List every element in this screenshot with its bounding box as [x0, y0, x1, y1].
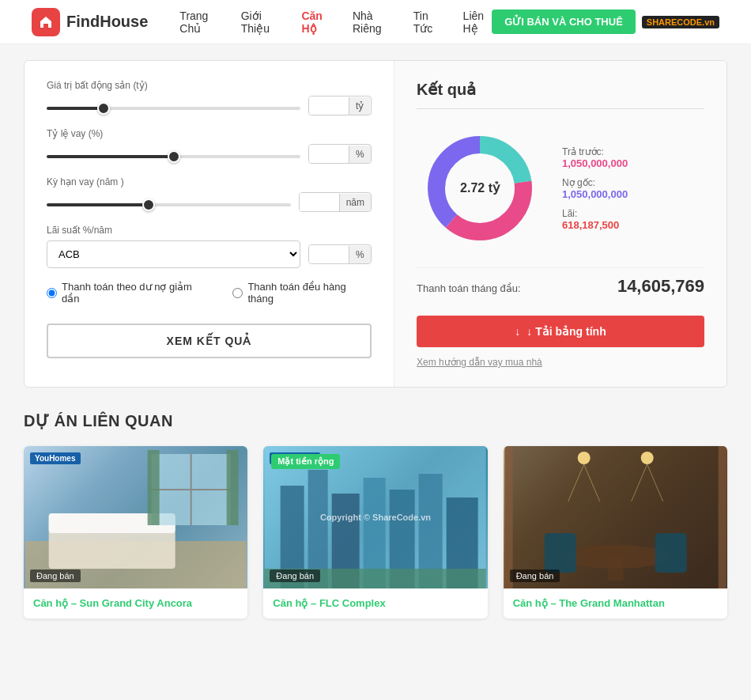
radio-deu-hang-thang-label: Thanh toán đều hàng tháng: [247, 281, 372, 305]
radio-giam-dan-input[interactable]: [47, 288, 57, 298]
prop-name-1: Căn hộ – Sun Grand City Ancora: [33, 596, 238, 611]
ty-le-vay-slider[interactable]: [47, 155, 300, 158]
svg-rect-30: [544, 533, 576, 573]
ky-han-slider[interactable]: [47, 203, 291, 206]
lai-suat-value-box: 9 %: [308, 244, 372, 264]
lai-suat-label: Lãi suất %/năm: [47, 225, 372, 236]
radio-deu-hang-thang[interactable]: Thanh toán đều hàng tháng: [232, 281, 372, 305]
payment-method-group: Thanh toán theo dư nợ giảm dần Thanh toá…: [47, 281, 372, 305]
prop-name-2: Căn hộ – FLC Complex: [273, 596, 477, 611]
svg-point-23: [640, 452, 653, 464]
gia-tri-slider[interactable]: [47, 107, 300, 110]
prop-card-3[interactable]: Đang bán Căn hộ – The Grand Manhattan: [504, 446, 727, 619]
ty-le-vay-group: Tỷ lệ vay (%) 50 %: [47, 128, 372, 164]
prop-card-1[interactable]: YouHomes Đang bán Căn hộ – Sun Grand Cit…: [24, 446, 247, 619]
gia-tri-slider-row: 2.1 tỷ: [47, 96, 372, 115]
prop-name-3: Căn hộ – The Grand Manhattan: [513, 596, 718, 611]
gia-tri-group: Giá trị bất động sản (tỷ) 2.1 tỷ: [47, 80, 372, 115]
nav: Trang Chủ Giới Thiệu Căn Hộ Nhà Riêng Ti…: [179, 9, 492, 35]
ty-le-vay-slider-row: 50 %: [47, 144, 372, 164]
legend-no-goc-value: 1,050,000,000: [562, 188, 628, 200]
nav-can-ho[interactable]: Căn Hộ: [301, 9, 330, 35]
download-button[interactable]: ↓ ↓ Tải bảng tính: [417, 316, 704, 347]
nav-gioi-thieu[interactable]: Giới Thiệu: [241, 9, 280, 35]
download-label: ↓ Tải bảng tính: [526, 325, 606, 338]
prop-status-3: Đang bán: [510, 569, 560, 582]
ty-le-vay-slider-container: [47, 148, 300, 161]
legend-no-goc: Nợ gốc: 1,050,000,000: [562, 177, 628, 200]
ky-han-input[interactable]: 13: [300, 193, 339, 211]
svg-rect-31: [655, 533, 686, 573]
calculator-card: Giá trị bất động sản (tỷ) 2.1 tỷ Tỷ lệ v…: [24, 60, 727, 388]
lai-suat-row: ACB Vietcombank BIDV VietinBank Techcomb…: [47, 240, 372, 268]
logo[interactable]: FindHouse: [32, 8, 148, 36]
svg-rect-29: [607, 557, 623, 581]
prop-status-2: Đang bán: [270, 569, 320, 582]
guide-link[interactable]: Xem hướng dẫn vay mua nhà: [417, 357, 542, 368]
ty-le-vay-label: Tỷ lệ vay (%): [47, 128, 372, 139]
legend-lai: Lãi: 618,187,500: [562, 208, 628, 231]
prop-img-wrapper-2: YouHomes Mặt tiền rộng Đang bán Copyrigh…: [263, 446, 487, 588]
nav-nha-rieng[interactable]: Nhà Riêng: [353, 9, 391, 35]
gia-tri-unit: tỷ: [349, 97, 370, 115]
legend-lai-value: 618,187,500: [562, 219, 628, 231]
prop-card-2[interactable]: YouHomes Mặt tiền rộng Đang bán Copyrigh…: [263, 446, 487, 619]
prop-img-svg-1: [24, 446, 247, 588]
xem-ket-qua-button[interactable]: XEM KẾT QUẢ: [47, 324, 372, 358]
radio-giam-dan[interactable]: Thanh toán theo dư nợ giảm dần: [47, 281, 209, 305]
ty-le-vay-value-box: 50 %: [308, 144, 372, 164]
legend-tra-truoc-value: 1,050,000,000: [562, 157, 628, 169]
ky-han-slider-container: [47, 196, 291, 209]
svg-rect-32: [504, 446, 512, 588]
logo-icon: [32, 8, 60, 36]
legend-area: Trả trước: 1,050,000,000 Nợ gốc: 1,050,0…: [562, 146, 628, 231]
svg-rect-33: [718, 446, 726, 588]
gia-tri-input[interactable]: 2.1: [309, 96, 349, 115]
donut-chart: 2.72 tỷ: [417, 125, 543, 252]
ky-han-label: Kỳ hạn vay (năm ): [47, 176, 372, 187]
legend-no-goc-label: Nợ gốc:: [562, 177, 628, 188]
radio-giam-dan-label: Thanh toán theo dư nợ giảm dần: [62, 281, 209, 305]
monthly-payment-row: Thanh toán tháng đầu: 14,605,769: [417, 267, 704, 305]
nav-lien-he[interactable]: Liên Hệ: [463, 9, 492, 35]
svg-point-22: [577, 452, 590, 464]
ty-le-vay-unit: %: [349, 146, 371, 163]
nav-trang-chu[interactable]: Trang Chủ: [179, 9, 218, 35]
lai-suat-input[interactable]: 9: [309, 245, 349, 263]
calc-form: Giá trị bất động sản (tỷ) 2.1 tỷ Tỷ lệ v…: [25, 61, 394, 387]
ky-han-group: Kỳ hạn vay (năm ) 13 năm: [47, 176, 372, 212]
chart-area: 2.72 tỷ Trả trước: 1,050,000,000 Nợ gốc:…: [417, 125, 704, 252]
sharecode-badge: SHARECODE.vn: [642, 16, 719, 28]
svg-rect-10: [148, 450, 160, 525]
related-title: DỰ ÁN LIÊN QUAN: [24, 411, 727, 430]
gia-tri-value-box: 2.1 tỷ: [308, 96, 372, 115]
prop-info-1: Căn hộ – Sun Grand City Ancora: [24, 588, 247, 619]
prop-img-wrapper-3: Đang bán: [504, 446, 727, 588]
radio-deu-hang-thang-input[interactable]: [232, 288, 243, 298]
logo-text: FindHouse: [66, 13, 148, 31]
svg-rect-11: [227, 450, 239, 525]
bank-select[interactable]: ACB Vietcombank BIDV VietinBank Techcomb…: [47, 240, 300, 268]
result-title: Kết quả: [417, 80, 704, 99]
legend-lai-label: Lãi:: [562, 208, 628, 219]
download-icon: ↓: [515, 325, 520, 338]
prop-img-svg-3: [504, 446, 727, 588]
monthly-value: 14,605,769: [617, 276, 704, 297]
ky-han-slider-row: 13 năm: [47, 192, 372, 212]
legend-tra-truoc-label: Trả trước:: [562, 146, 628, 157]
prop-info-3: Căn hộ – The Grand Manhattan: [504, 588, 727, 619]
gia-tri-slider-container: [47, 100, 300, 112]
result-divider: [417, 108, 704, 109]
nav-tin-tuc[interactable]: Tin Tức: [413, 9, 441, 35]
ky-han-unit: năm: [339, 194, 371, 211]
send-listing-button[interactable]: GỬI BÁN VÀ CHO THUÊ: [492, 9, 636, 34]
you-homes-badge-1: YouHomes: [30, 452, 81, 464]
prop-status-1: Đang bán: [30, 569, 81, 582]
ty-le-vay-input[interactable]: 50: [309, 145, 349, 163]
mat-tien-rong-badge: Mặt tiền rộng: [271, 454, 340, 469]
prop-img-3: [504, 446, 727, 588]
prop-info-2: Căn hộ – FLC Complex: [263, 588, 487, 619]
legend-tra-truoc: Trả trước: 1,050,000,000: [562, 146, 628, 169]
lai-suat-unit: %: [349, 246, 371, 263]
related-section: DỰ ÁN LIÊN QUAN: [24, 411, 727, 619]
